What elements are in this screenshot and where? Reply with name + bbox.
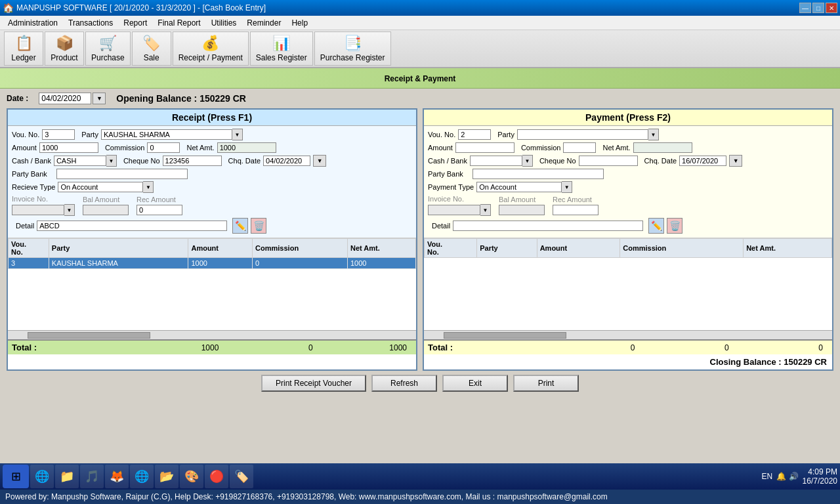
payment-detail-label: Detail xyxy=(432,222,450,230)
taskbar-icon-5[interactable]: 🌐 xyxy=(130,465,154,488)
payment-net-amt-input[interactable] xyxy=(633,142,692,153)
receipt-edit-button[interactable]: ✏️ xyxy=(232,218,248,234)
receipt-payment-button[interactable]: 💰 Receipt / Payment xyxy=(173,32,249,66)
maximize-button[interactable]: □ xyxy=(812,3,824,13)
taskbar-icon-6[interactable]: 📂 xyxy=(155,465,178,488)
purchase-register-button[interactable]: 📑 Purchase Register xyxy=(314,32,391,66)
payment-cash-bank-input[interactable] xyxy=(470,156,522,166)
date-input[interactable] xyxy=(39,93,91,104)
close-button[interactable]: ✕ xyxy=(826,3,837,13)
taskbar-icon-4[interactable]: 🦊 xyxy=(105,465,129,488)
receipt-chq-date-picker-btn[interactable]: ▼ xyxy=(313,155,326,167)
receipt-party-bank-input[interactable] xyxy=(56,169,188,179)
payment-invoice-dropdown-btn[interactable]: ▼ xyxy=(480,204,491,216)
print-button[interactable]: Print xyxy=(513,375,579,392)
payment-party-combo: ▼ xyxy=(517,129,659,140)
exit-button[interactable]: Exit xyxy=(442,375,508,392)
menu-report[interactable]: Report xyxy=(118,17,152,29)
receipt-detail-input[interactable] xyxy=(37,220,227,231)
receipt-commission-input[interactable] xyxy=(147,142,180,153)
receipt-cash-bank-input[interactable] xyxy=(54,156,106,166)
payment-total-commission: 0 xyxy=(640,343,734,352)
receipt-cash-bank-dropdown-btn[interactable]: ▼ xyxy=(106,155,117,167)
payment-amount-input[interactable] xyxy=(455,142,514,153)
payment-panel-header: Payment (Press F2) xyxy=(424,110,832,126)
receipt-invoice-input[interactable] xyxy=(12,205,64,215)
payment-scroll-area[interactable]: Vou.No. Party Amount Commission Net Amt. xyxy=(424,238,832,330)
menu-utilities[interactable]: Utilities xyxy=(206,17,242,29)
menu-transactions[interactable]: Transactions xyxy=(63,17,118,29)
payment-delete-button[interactable]: 🗑️ xyxy=(667,218,682,234)
receipt-receive-type-input[interactable] xyxy=(58,182,143,192)
start-button[interactable]: ⊞ xyxy=(3,465,29,488)
receipt-party-dropdown-btn[interactable]: ▼ xyxy=(232,129,243,140)
menu-reminder[interactable]: Reminder xyxy=(242,17,286,29)
table-row[interactable]: 3 KAUSHAL SHARMA 1000 0 1000 xyxy=(9,258,416,269)
menu-help[interactable]: Help xyxy=(286,17,313,29)
taskbar-icon-7[interactable]: 🎨 xyxy=(180,465,203,488)
sales-register-icon: 📊 xyxy=(272,35,290,52)
menu-administration[interactable]: Administration xyxy=(3,17,63,29)
ledger-button[interactable]: 📋 Ledger xyxy=(4,32,43,66)
payment-rec-amount-input[interactable] xyxy=(553,205,598,215)
sale-button[interactable]: 🏷️ Sale xyxy=(132,32,171,66)
menu-final-report[interactable]: Final Report xyxy=(152,17,205,29)
payment-cheque-no-input[interactable] xyxy=(579,156,638,166)
receipt-delete-button[interactable]: 🗑️ xyxy=(251,218,266,234)
receipt-rec-amount-input[interactable] xyxy=(136,205,182,215)
receipt-invoice-dropdown-btn[interactable]: ▼ xyxy=(64,204,75,216)
receipt-rec-amount-label: Rec Amount xyxy=(136,196,182,203)
sale-icon: 🏷️ xyxy=(142,35,160,52)
receipt-vou-no-input[interactable] xyxy=(42,129,75,140)
receipt-receive-type-label: Recieve Type xyxy=(12,183,55,191)
payment-amount-label: Amount xyxy=(428,144,453,152)
payment-cash-bank-dropdown-btn[interactable]: ▼ xyxy=(522,155,533,167)
receipt-scroll-area[interactable]: Vou.No. Party Amount Commission Net Amt.… xyxy=(8,238,416,330)
payment-edit-button[interactable]: ✏️ xyxy=(648,218,664,234)
print-receipt-button[interactable]: Print Receipt Voucher xyxy=(261,375,366,392)
payment-chq-date-picker-btn[interactable]: ▼ xyxy=(729,155,742,167)
payment-hscroll-thumb[interactable] xyxy=(444,332,566,339)
receipt-total-net: 1000 xyxy=(318,343,412,352)
payment-commission-input[interactable] xyxy=(563,142,596,153)
payment-vou-no-input[interactable] xyxy=(458,129,491,140)
receipt-cheque-no-input[interactable] xyxy=(163,156,222,166)
payment-row1: Vou. No. Party ▼ xyxy=(428,129,828,140)
purchase-button[interactable]: 🛒 Purchase xyxy=(85,32,131,66)
payment-bal-amount-input[interactable] xyxy=(499,205,545,215)
payment-invoice-input[interactable] xyxy=(428,205,480,215)
payment-type-dropdown-btn[interactable]: ▼ xyxy=(562,181,572,193)
payment-total-amount: 0 xyxy=(546,343,640,352)
receipt-party-input[interactable] xyxy=(101,129,232,140)
payment-party-dropdown-btn[interactable]: ▼ xyxy=(648,129,659,140)
receipt-bal-amount-input[interactable] xyxy=(83,205,129,215)
receipt-net-amt-input[interactable] xyxy=(217,142,276,153)
payment-party-input[interactable] xyxy=(517,129,648,140)
payment-cash-bank-combo: ▼ xyxy=(470,155,533,167)
payment-panel: Payment (Press F2) Vou. No. Party ▼ Amou… xyxy=(423,108,833,371)
payment-detail-input[interactable] xyxy=(453,220,643,231)
payment-chq-date-input[interactable] xyxy=(679,156,726,166)
receipt-chq-date-input[interactable] xyxy=(263,156,310,166)
taskbar-icon-3[interactable]: 🎵 xyxy=(80,465,104,488)
taskbar-icon-8[interactable]: 🔴 xyxy=(205,465,228,488)
taskbar-icon-2[interactable]: 📁 xyxy=(55,465,79,488)
receipt-row5: Recieve Type ▼ xyxy=(12,181,412,193)
taskbar-ie-icon[interactable]: 🌐 xyxy=(30,465,54,488)
sales-register-label: Sales Register xyxy=(256,53,307,62)
payment-type-input[interactable] xyxy=(476,182,562,192)
receipt-hscroll[interactable] xyxy=(8,330,416,339)
receipt-amount-input[interactable] xyxy=(39,142,98,153)
product-button[interactable]: 📦 Product xyxy=(45,32,84,66)
taskbar-icon-9[interactable]: 🏷️ xyxy=(230,465,253,488)
payment-party-bank-input[interactable] xyxy=(472,169,604,179)
date-picker-button[interactable]: ▼ xyxy=(93,93,106,104)
sales-register-button[interactable]: 📊 Sales Register xyxy=(250,32,313,66)
receipt-party-combo: ▼ xyxy=(101,129,243,140)
refresh-button[interactable]: Refresh xyxy=(371,375,437,392)
receipt-receive-type-dropdown-btn[interactable]: ▼ xyxy=(143,181,154,193)
receipt-commission-label: Commission xyxy=(105,144,145,152)
payment-hscroll[interactable] xyxy=(424,330,832,339)
minimize-button[interactable]: — xyxy=(799,3,811,13)
receipt-hscroll-thumb[interactable] xyxy=(28,332,150,339)
